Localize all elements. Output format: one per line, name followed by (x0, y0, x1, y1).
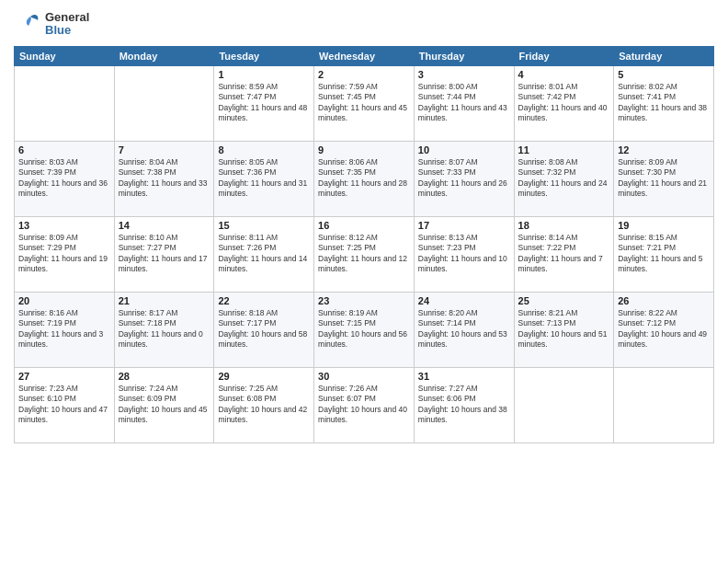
day-number: 18 (518, 220, 610, 231)
day-info: Sunrise: 8:59 AM Sunset: 7:47 PM Dayligh… (218, 82, 310, 124)
calendar-cell: 18 Sunrise: 8:14 AM Sunset: 7:22 PM Dayl… (514, 217, 614, 293)
day-info: Sunrise: 7:23 AM Sunset: 6:10 PM Dayligh… (18, 384, 110, 426)
day-info: Sunrise: 8:01 AM Sunset: 7:42 PM Dayligh… (518, 82, 610, 124)
header-saturday: Saturday (614, 47, 714, 66)
day-info: Sunrise: 8:11 AM Sunset: 7:26 PM Dayligh… (218, 233, 310, 275)
day-number: 24 (418, 295, 510, 306)
week-row-1: 1 Sunrise: 8:59 AM Sunset: 7:47 PM Dayli… (15, 66, 714, 142)
logo: General Blue (14, 9, 89, 39)
week-row-2: 6 Sunrise: 8:03 AM Sunset: 7:39 PM Dayli… (15, 142, 714, 217)
day-info: Sunrise: 8:14 AM Sunset: 7:22 PM Dayligh… (518, 233, 610, 275)
day-info: Sunrise: 8:18 AM Sunset: 7:17 PM Dayligh… (218, 308, 310, 350)
calendar-cell: 14 Sunrise: 8:10 AM Sunset: 7:27 PM Dayl… (114, 217, 214, 293)
day-info: Sunrise: 8:22 AM Sunset: 7:12 PM Dayligh… (618, 308, 710, 350)
day-info: Sunrise: 7:25 AM Sunset: 6:08 PM Dayligh… (218, 384, 310, 426)
day-info: Sunrise: 8:00 AM Sunset: 7:44 PM Dayligh… (418, 82, 510, 124)
calendar-cell: 10 Sunrise: 8:07 AM Sunset: 7:33 PM Dayl… (414, 142, 514, 217)
day-number: 11 (518, 144, 610, 155)
day-number: 1 (218, 69, 310, 80)
day-number: 13 (18, 220, 110, 231)
logo-general: General (45, 11, 89, 24)
header-monday: Monday (114, 47, 214, 66)
day-info: Sunrise: 8:05 AM Sunset: 7:36 PM Dayligh… (218, 157, 310, 200)
calendar: SundayMondayTuesdayWednesdayThursdayFrid… (14, 46, 714, 443)
header-tuesday: Tuesday (214, 47, 314, 66)
calendar-cell: 17 Sunrise: 8:13 AM Sunset: 7:23 PM Dayl… (414, 217, 514, 293)
week-row-5: 27 Sunrise: 7:23 AM Sunset: 6:10 PM Dayl… (15, 368, 714, 443)
day-number: 16 (318, 220, 410, 231)
week-row-4: 20 Sunrise: 8:16 AM Sunset: 7:19 PM Dayl… (15, 293, 714, 368)
day-info: Sunrise: 7:26 AM Sunset: 6:07 PM Dayligh… (318, 384, 410, 426)
calendar-cell: 31 Sunrise: 7:27 AM Sunset: 6:06 PM Dayl… (414, 368, 514, 443)
calendar-cell (15, 66, 115, 142)
calendar-cell: 20 Sunrise: 8:16 AM Sunset: 7:19 PM Dayl… (15, 293, 115, 368)
calendar-cell: 7 Sunrise: 8:04 AM Sunset: 7:38 PM Dayli… (114, 142, 214, 217)
day-number: 4 (518, 69, 610, 80)
day-info: Sunrise: 8:08 AM Sunset: 7:32 PM Dayligh… (518, 157, 610, 200)
day-number: 17 (418, 220, 510, 231)
day-number: 27 (18, 371, 110, 382)
day-info: Sunrise: 8:15 AM Sunset: 7:21 PM Dayligh… (618, 233, 710, 275)
day-number: 23 (318, 295, 410, 306)
calendar-cell: 19 Sunrise: 8:15 AM Sunset: 7:21 PM Dayl… (614, 217, 714, 293)
day-info: Sunrise: 8:21 AM Sunset: 7:13 PM Dayligh… (518, 308, 610, 350)
calendar-cell: 9 Sunrise: 8:06 AM Sunset: 7:35 PM Dayli… (314, 142, 415, 217)
calendar-cell: 29 Sunrise: 7:25 AM Sunset: 6:08 PM Dayl… (214, 368, 314, 443)
page-header: General Blue (14, 9, 714, 39)
day-info: Sunrise: 8:04 AM Sunset: 7:38 PM Dayligh… (119, 157, 210, 200)
day-number: 12 (618, 144, 710, 155)
calendar-cell: 3 Sunrise: 8:00 AM Sunset: 7:44 PM Dayli… (414, 66, 514, 142)
day-number: 9 (318, 144, 410, 155)
calendar-cell: 28 Sunrise: 7:24 AM Sunset: 6:09 PM Dayl… (114, 368, 214, 443)
day-number: 8 (218, 144, 310, 155)
header-thursday: Thursday (414, 47, 514, 66)
calendar-cell: 23 Sunrise: 8:19 AM Sunset: 7:15 PM Dayl… (314, 293, 415, 368)
day-info: Sunrise: 8:10 AM Sunset: 7:27 PM Dayligh… (119, 233, 210, 275)
day-info: Sunrise: 8:16 AM Sunset: 7:19 PM Dayligh… (18, 308, 110, 350)
week-row-3: 13 Sunrise: 8:09 AM Sunset: 7:29 PM Dayl… (15, 217, 714, 293)
day-number: 2 (318, 69, 410, 80)
calendar-cell: 25 Sunrise: 8:21 AM Sunset: 7:13 PM Dayl… (514, 293, 614, 368)
logo-blue: Blue (45, 24, 89, 37)
calendar-header-row: SundayMondayTuesdayWednesdayThursdayFrid… (15, 47, 714, 66)
calendar-cell: 5 Sunrise: 8:02 AM Sunset: 7:41 PM Dayli… (614, 66, 714, 142)
day-number: 21 (119, 295, 210, 306)
day-info: Sunrise: 8:09 AM Sunset: 7:29 PM Dayligh… (18, 233, 110, 275)
calendar-cell (514, 368, 614, 443)
day-number: 31 (418, 371, 510, 382)
day-info: Sunrise: 8:02 AM Sunset: 7:41 PM Dayligh… (618, 82, 710, 124)
calendar-cell: 21 Sunrise: 8:17 AM Sunset: 7:18 PM Dayl… (114, 293, 214, 368)
day-number: 25 (518, 295, 610, 306)
day-info: Sunrise: 7:24 AM Sunset: 6:09 PM Dayligh… (119, 384, 210, 426)
calendar-cell: 30 Sunrise: 7:26 AM Sunset: 6:07 PM Dayl… (314, 368, 415, 443)
header-sunday: Sunday (15, 47, 115, 66)
day-number: 7 (119, 144, 210, 155)
day-number: 19 (618, 220, 710, 231)
day-info: Sunrise: 8:12 AM Sunset: 7:25 PM Dayligh… (318, 233, 410, 275)
day-info: Sunrise: 8:03 AM Sunset: 7:39 PM Dayligh… (18, 157, 110, 200)
day-number: 29 (218, 371, 310, 382)
calendar-cell: 13 Sunrise: 8:09 AM Sunset: 7:29 PM Dayl… (15, 217, 115, 293)
calendar-cell: 15 Sunrise: 8:11 AM Sunset: 7:26 PM Dayl… (214, 217, 314, 293)
day-number: 14 (119, 220, 210, 231)
header-wednesday: Wednesday (314, 47, 415, 66)
day-number: 26 (618, 295, 710, 306)
logo-bird-icon (14, 9, 43, 39)
calendar-cell: 11 Sunrise: 8:08 AM Sunset: 7:32 PM Dayl… (514, 142, 614, 217)
calendar-cell: 16 Sunrise: 8:12 AM Sunset: 7:25 PM Dayl… (314, 217, 415, 293)
day-info: Sunrise: 8:06 AM Sunset: 7:35 PM Dayligh… (318, 157, 410, 200)
day-info: Sunrise: 8:19 AM Sunset: 7:15 PM Dayligh… (318, 308, 410, 350)
calendar-cell: 4 Sunrise: 8:01 AM Sunset: 7:42 PM Dayli… (514, 66, 614, 142)
calendar-cell (114, 66, 214, 142)
day-info: Sunrise: 8:09 AM Sunset: 7:30 PM Dayligh… (618, 157, 710, 200)
header-friday: Friday (514, 47, 614, 66)
calendar-cell: 24 Sunrise: 8:20 AM Sunset: 7:14 PM Dayl… (414, 293, 514, 368)
calendar-cell: 22 Sunrise: 8:18 AM Sunset: 7:17 PM Dayl… (214, 293, 314, 368)
day-number: 15 (218, 220, 310, 231)
day-number: 22 (218, 295, 310, 306)
calendar-cell: 12 Sunrise: 8:09 AM Sunset: 7:30 PM Dayl… (614, 142, 714, 217)
day-number: 5 (618, 69, 710, 80)
day-number: 3 (418, 69, 510, 80)
day-info: Sunrise: 7:27 AM Sunset: 6:06 PM Dayligh… (418, 384, 510, 426)
calendar-cell (614, 368, 714, 443)
